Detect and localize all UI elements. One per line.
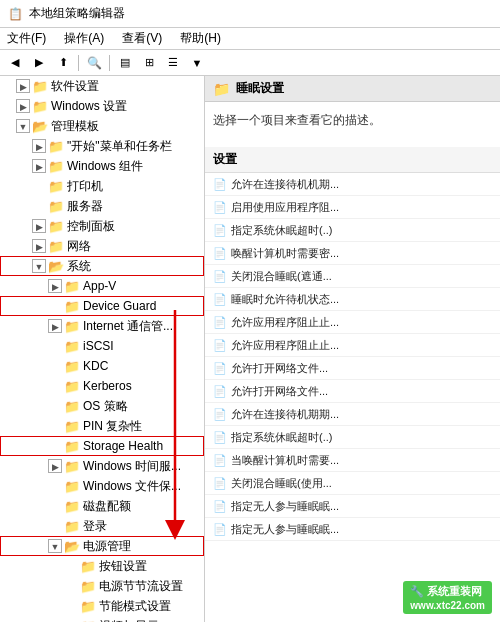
back-button[interactable]: ◀ xyxy=(4,53,26,73)
search-button[interactable]: 🔍 xyxy=(83,53,105,73)
detail-view-button[interactable]: ☰ xyxy=(162,53,184,73)
tree-toggle-system[interactable]: ▼ xyxy=(32,259,46,273)
menu-file[interactable]: 文件(F) xyxy=(4,29,49,48)
settings-item-6[interactable]: 📄允许应用程序阻止止... xyxy=(205,311,500,334)
settings-item-2[interactable]: 📄指定系统休眠超时(..) xyxy=(205,219,500,242)
tree-folder-icon-iscsi: 📁 xyxy=(64,339,80,354)
right-panel-title: 睡眠设置 xyxy=(236,80,284,97)
tree-node-disk-quota[interactable]: 📁磁盘配额 xyxy=(0,496,204,516)
settings-item-7[interactable]: 📄允许应用程序阻止止... xyxy=(205,334,500,357)
tree-node-os-policy[interactable]: 📁OS 策略 xyxy=(0,396,204,416)
tree-node-windows-settings[interactable]: ▶📁Windows 设置 xyxy=(0,96,204,116)
tree-node-system[interactable]: ▼📂系统 xyxy=(0,256,204,276)
tree-node-pin-complex[interactable]: 📁PIN 复杂性 xyxy=(0,416,204,436)
tree-node-energy-settings[interactable]: 📁电源节节流设置 xyxy=(0,576,204,596)
tree-node-device-guard[interactable]: 📁Device Guard xyxy=(0,296,204,316)
list-view-button[interactable]: ▤ xyxy=(114,53,136,73)
settings-item-15[interactable]: 📄指定无人参与睡眠眠... xyxy=(205,518,500,541)
tree-node-network[interactable]: ▶📁网络 xyxy=(0,236,204,256)
settings-item-14[interactable]: 📄指定无人参与睡眠眠... xyxy=(205,495,500,518)
tree-toggle-windows-time[interactable]: ▶ xyxy=(48,459,62,473)
settings-item-label-3: 唤醒计算机时需要密... xyxy=(231,244,339,262)
tree-toggle-network[interactable]: ▶ xyxy=(32,239,46,253)
tree-toggle-app-v[interactable]: ▶ xyxy=(48,279,62,293)
icon-view-button[interactable]: ⊞ xyxy=(138,53,160,73)
settings-item-icon-1: 📄 xyxy=(213,198,227,216)
tree-toggle-windows-settings[interactable]: ▶ xyxy=(16,99,30,113)
tree-toggle-windows-components[interactable]: ▶ xyxy=(32,159,46,173)
tree-node-power-mgmt[interactable]: ▼📂电源管理 xyxy=(0,536,204,556)
tree-label-admin-templates: 管理模板 xyxy=(51,118,99,135)
tree-node-windows-time[interactable]: ▶📁Windows 时间服... xyxy=(0,456,204,476)
forward-button[interactable]: ▶ xyxy=(28,53,50,73)
tree-node-kerberos[interactable]: 📁Kerberos xyxy=(0,376,204,396)
tree-label-device-guard: Device Guard xyxy=(83,299,156,313)
toolbar-sep-2 xyxy=(109,55,110,71)
tree-label-app-v: App-V xyxy=(83,279,116,293)
tree-toggle-software[interactable]: ▶ xyxy=(16,79,30,93)
toolbar: ◀ ▶ ⬆ 🔍 ▤ ⊞ ☰ ▼ xyxy=(0,50,500,76)
tree-label-software: 软件设置 xyxy=(51,78,99,95)
settings-item-label-7: 允许应用程序阻止止... xyxy=(231,336,339,354)
filter-button[interactable]: ▼ xyxy=(186,53,208,73)
tree-folder-icon-windows-settings: 📁 xyxy=(32,99,48,114)
settings-item-3[interactable]: 📄唤醒计算机时需要密... xyxy=(205,242,500,265)
tree-label-printers: 打印机 xyxy=(67,178,103,195)
settings-item-label-1: 启用使用应用程序阻... xyxy=(231,198,339,216)
tree-node-control-panel[interactable]: ▶📁控制面板 xyxy=(0,216,204,236)
tree-node-printers[interactable]: 📁打印机 xyxy=(0,176,204,196)
tree-toggle-internet-comms[interactable]: ▶ xyxy=(48,319,62,333)
settings-item-icon-10: 📄 xyxy=(213,405,227,423)
settings-item-0[interactable]: 📄允许在连接待机机期... xyxy=(205,173,500,196)
menu-help[interactable]: 帮助(H) xyxy=(177,29,224,48)
tree-node-energy-mode[interactable]: 📁节能模式设置 xyxy=(0,596,204,616)
tree-node-server[interactable]: 📁服务器 xyxy=(0,196,204,216)
menu-view[interactable]: 查看(V) xyxy=(119,29,165,48)
settings-item-8[interactable]: 📄允许打开网络文件... xyxy=(205,357,500,380)
settings-item-12[interactable]: 📄当唤醒计算机时需要... xyxy=(205,449,500,472)
tree-label-internet-comms: Internet 通信管... xyxy=(83,318,173,335)
settings-item-10[interactable]: 📄允许在连接待机期期... xyxy=(205,403,500,426)
tree-folder-icon-app-v: 📁 xyxy=(64,279,80,294)
tree-node-video-display[interactable]: 📁视频与显示... xyxy=(0,616,204,622)
tree-node-software[interactable]: ▶📁软件设置 xyxy=(0,76,204,96)
right-panel-description: 选择一个项目来查看它的描述。 xyxy=(213,108,492,133)
tree-node-start-menu[interactable]: ▶📁"开始"菜单和任务栏 xyxy=(0,136,204,156)
tree-folder-icon-storage-health: 📁 xyxy=(64,439,80,454)
tree-folder-icon-internet-comms: 📁 xyxy=(64,319,80,334)
tree-node-kdc[interactable]: 📁KDC xyxy=(0,356,204,376)
settings-item-9[interactable]: 📄允许打开网络文件... xyxy=(205,380,500,403)
settings-item-5[interactable]: 📄睡眠时允许待机状态... xyxy=(205,288,500,311)
menu-action[interactable]: 操作(A) xyxy=(61,29,107,48)
settings-item-label-13: 关闭混合睡眠(使用... xyxy=(231,474,332,492)
tree-label-windows-files: Windows 文件保... xyxy=(83,478,181,495)
tree-node-windows-components[interactable]: ▶📁Windows 组件 xyxy=(0,156,204,176)
watermark: 🔧 系统重装网 www.xtc22.com xyxy=(403,581,492,614)
right-pane: 📁 睡眠设置 选择一个项目来查看它的描述。 设置 📄允许在连接待机机期...📄启… xyxy=(205,76,500,622)
settings-item-4[interactable]: 📄关闭混合睡眠(遮通... xyxy=(205,265,500,288)
tree-node-app-v[interactable]: ▶📁App-V xyxy=(0,276,204,296)
tree-toggle-power-mgmt[interactable]: ▼ xyxy=(48,539,62,553)
tree-folder-icon-printers: 📁 xyxy=(48,179,64,194)
tree-node-logon[interactable]: 📁登录 xyxy=(0,516,204,536)
tree-node-iscsi[interactable]: 📁iSCSI xyxy=(0,336,204,356)
tree-toggle-admin-templates[interactable]: ▼ xyxy=(16,119,30,133)
tree-node-button-settings[interactable]: 📁按钮设置 xyxy=(0,556,204,576)
settings-item-13[interactable]: 📄关闭混合睡眠(使用... xyxy=(205,472,500,495)
tree-label-kdc: KDC xyxy=(83,359,108,373)
tree-node-internet-comms[interactable]: ▶📁Internet 通信管... xyxy=(0,316,204,336)
tree-node-windows-files[interactable]: 📁Windows 文件保... xyxy=(0,476,204,496)
up-button[interactable]: ⬆ xyxy=(52,53,74,73)
tree-label-network: 网络 xyxy=(67,238,91,255)
settings-item-label-8: 允许打开网络文件... xyxy=(231,359,328,377)
tree-toggle-start-menu[interactable]: ▶ xyxy=(32,139,46,153)
tree-node-storage-health[interactable]: 📁Storage Health xyxy=(0,436,204,456)
tree-toggle-control-panel[interactable]: ▶ xyxy=(32,219,46,233)
tree-label-start-menu: "开始"菜单和任务栏 xyxy=(67,138,172,155)
tree-node-admin-templates[interactable]: ▼📂管理模板 xyxy=(0,116,204,136)
settings-item-1[interactable]: 📄启用使用应用程序阻... xyxy=(205,196,500,219)
main-area: ▶📁软件设置▶📁Windows 设置▼📂管理模板▶📁"开始"菜单和任务栏▶📁Wi… xyxy=(0,76,500,622)
settings-item-11[interactable]: 📄指定系统休眠超时(..) xyxy=(205,426,500,449)
tree-label-kerberos: Kerberos xyxy=(83,379,132,393)
settings-item-label-11: 指定系统休眠超时(..) xyxy=(231,428,332,446)
